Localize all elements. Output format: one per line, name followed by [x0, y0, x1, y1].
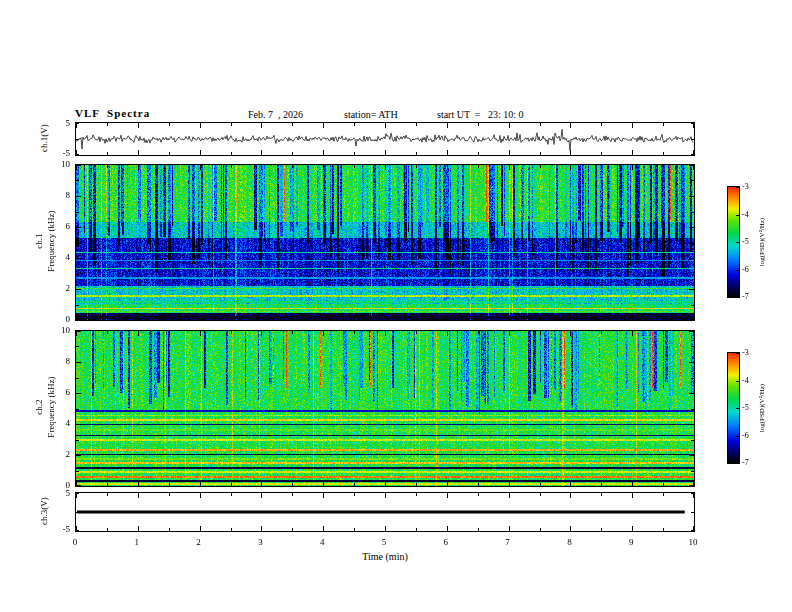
tick-mark — [509, 150, 510, 155]
tick-mark — [76, 165, 81, 166]
colorbar-ch2-label: log(PSD)(V²/Hz) — [758, 358, 766, 458]
tick-mark — [447, 123, 448, 128]
tick-mark — [478, 123, 479, 126]
tick-mark — [292, 317, 293, 320]
y-tick-label: -5 — [50, 524, 70, 534]
tick-mark — [570, 315, 571, 320]
tick-mark — [509, 315, 510, 320]
tick-mark — [138, 165, 139, 170]
ch1-spec-channel-label: ch.1 — [34, 221, 44, 261]
start-ut-label: start UT = 23: 10: 0 — [437, 109, 524, 120]
tick-mark — [509, 331, 510, 336]
ch3-waveform-panel — [75, 492, 695, 532]
tick-mark — [689, 455, 694, 456]
tick-mark — [107, 493, 108, 496]
tick-mark — [292, 528, 293, 531]
tick-mark — [169, 165, 170, 168]
ch2-spec-channel-label: ch.2 — [34, 387, 44, 427]
tick-mark — [447, 315, 448, 320]
y-tick-label: 4 — [50, 252, 70, 262]
tick-mark — [76, 455, 81, 456]
tick-mark — [292, 331, 293, 334]
tick-mark — [691, 512, 694, 513]
tick-mark — [107, 331, 108, 334]
tick-mark — [691, 471, 694, 472]
tick-mark — [107, 528, 108, 531]
tick-mark — [76, 485, 81, 486]
tick-mark — [261, 493, 262, 498]
tick-mark — [691, 243, 694, 244]
tick-mark — [509, 123, 510, 128]
tick-mark — [138, 331, 139, 336]
tick-mark — [632, 493, 633, 498]
tick-mark — [76, 243, 79, 244]
tick-mark — [385, 493, 386, 498]
tick-mark — [601, 123, 602, 126]
tick-mark — [509, 165, 510, 170]
tick-mark — [601, 165, 602, 168]
tick-mark — [323, 481, 324, 486]
tick-mark — [200, 481, 201, 486]
tick-mark — [107, 483, 108, 486]
tick-mark — [478, 165, 479, 168]
tick-mark — [138, 526, 139, 531]
tick-mark — [447, 481, 448, 486]
tick-mark — [447, 165, 448, 170]
tick-mark — [478, 493, 479, 496]
y-tick-label: 10 — [50, 325, 70, 335]
tick-mark — [385, 123, 386, 128]
tick-mark — [107, 152, 108, 155]
tick-mark — [169, 123, 170, 126]
tick-mark — [169, 528, 170, 531]
tick-mark — [354, 331, 355, 334]
tick-mark — [689, 196, 694, 197]
tick-mark — [76, 139, 79, 140]
tick-mark — [736, 462, 739, 463]
x-tick-label: 9 — [620, 537, 642, 547]
tick-mark — [138, 481, 139, 486]
time-axis-label: Time (min) — [345, 551, 425, 562]
tick-mark — [691, 530, 694, 531]
tick-mark — [323, 165, 324, 170]
tick-mark — [354, 317, 355, 320]
tick-mark — [76, 274, 79, 275]
tick-mark — [107, 165, 108, 168]
tick-mark — [231, 317, 232, 320]
tick-mark — [447, 526, 448, 531]
tick-mark — [323, 493, 324, 498]
tick-mark — [570, 481, 571, 486]
tick-mark — [691, 154, 694, 155]
tick-mark — [570, 123, 571, 128]
tick-mark — [689, 485, 694, 486]
tick-mark — [601, 483, 602, 486]
ch1-waveform-panel — [75, 122, 695, 156]
tick-mark — [76, 440, 79, 441]
tick-mark — [632, 481, 633, 486]
tick-mark — [632, 165, 633, 170]
tick-mark — [76, 424, 81, 425]
tick-mark — [691, 123, 694, 124]
y-tick-label: 8 — [50, 356, 70, 366]
tick-mark — [540, 483, 541, 486]
tick-mark — [691, 139, 694, 140]
x-tick-label: 0 — [64, 537, 86, 547]
tick-mark — [736, 296, 739, 297]
tick-mark — [169, 483, 170, 486]
colorbar-tick-label: -7 — [742, 292, 749, 301]
tick-mark — [200, 493, 201, 498]
tick-mark — [416, 483, 417, 486]
y-tick-label: 5 — [50, 118, 70, 128]
tick-mark — [478, 483, 479, 486]
tick-mark — [416, 317, 417, 320]
tick-mark — [691, 212, 694, 213]
tick-mark — [632, 331, 633, 336]
tick-mark — [540, 493, 541, 496]
tick-mark — [736, 408, 739, 409]
y-tick-label: 6 — [50, 387, 70, 397]
tick-mark — [691, 409, 694, 410]
tick-mark — [689, 362, 694, 363]
colorbar-tick-label: -3 — [742, 182, 749, 191]
colorbar-ch2 — [727, 352, 740, 464]
tick-mark — [447, 493, 448, 498]
tick-mark — [385, 526, 386, 531]
